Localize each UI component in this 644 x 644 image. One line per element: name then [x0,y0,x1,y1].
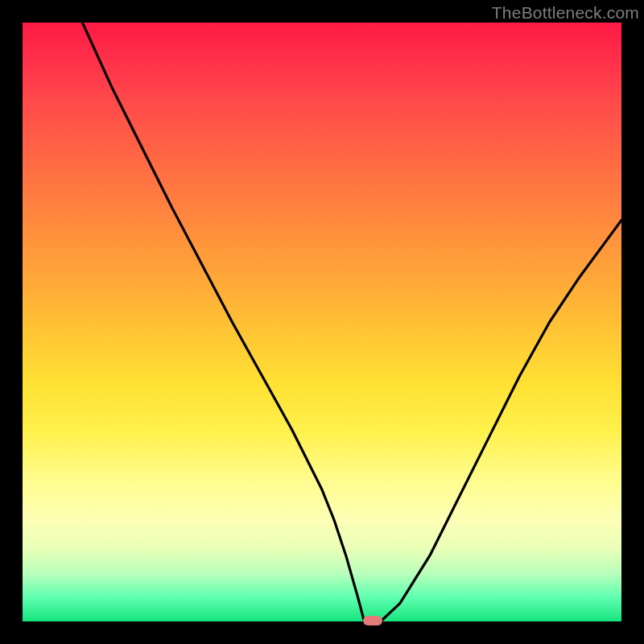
chart-frame: TheBottleneck.com [0,0,644,644]
bottleneck-curve [23,23,621,621]
minimum-marker [363,616,382,625]
plot-area [23,23,621,621]
watermark-text: TheBottleneck.com [492,3,639,23]
